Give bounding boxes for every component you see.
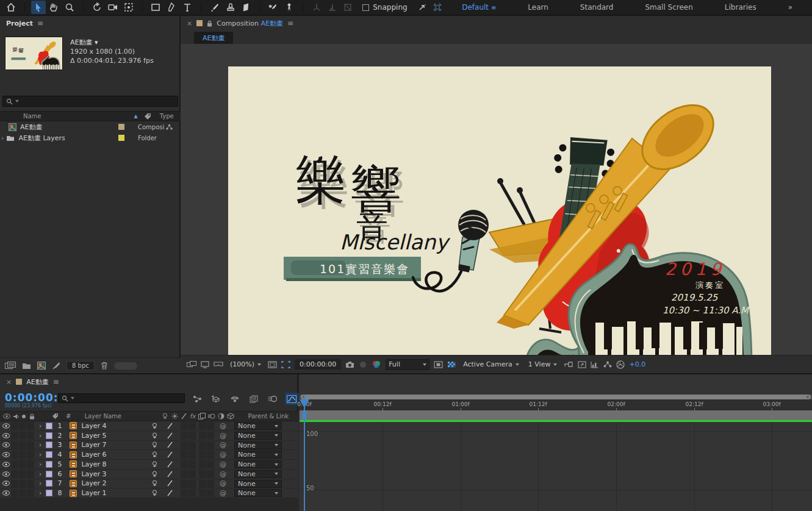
layer-row[interactable]: › 1 Layer 4 @ None — [0, 421, 298, 431]
layer-expander[interactable]: › — [39, 479, 41, 487]
panel-resize-grip[interactable] — [114, 362, 137, 370]
eye-icon[interactable] — [2, 442, 10, 448]
label-color-swatch[interactable] — [118, 135, 124, 141]
quality-toggle-icon[interactable] — [167, 451, 173, 458]
composition-viewer[interactable]: 樂 樂 響 響 音 音 Miscellany 101實習音樂會 — [181, 44, 812, 355]
eye-icon[interactable] — [2, 481, 10, 486]
time-ruler[interactable]: 0:00f 00:12f 01:00f 01:12f 02:00f 02:12f… — [300, 399, 812, 410]
close-panel-icon[interactable]: × — [187, 20, 192, 27]
pointer-flyout-icon[interactable] — [415, 1, 429, 14]
composition-flowchart-icon[interactable] — [190, 393, 204, 405]
lock-column-icon[interactable] — [29, 413, 35, 420]
channels-icon[interactable] — [372, 360, 381, 368]
parent-pick-whip-icon[interactable]: @ — [220, 432, 226, 440]
parent-pick-whip-icon[interactable]: @ — [220, 460, 226, 468]
workspace-tab-learn[interactable]: Learn — [512, 3, 564, 12]
pixel-aspect-icon[interactable] — [578, 361, 586, 368]
search-options-chevron[interactable] — [15, 100, 19, 102]
layer-name[interactable]: Layer 2 — [81, 479, 106, 487]
video-column-icon[interactable] — [3, 413, 10, 419]
composition-thumbnail[interactable]: 樂響 — [5, 37, 63, 70]
parent-pick-whip-icon[interactable]: @ — [220, 470, 226, 478]
target-region-icon[interactable] — [434, 361, 443, 368]
draft-3d-icon[interactable] — [209, 393, 223, 405]
column-type[interactable]: Type — [160, 113, 174, 120]
grid-guides-icon[interactable] — [268, 361, 277, 368]
clone-stamp-tool-icon[interactable] — [223, 1, 238, 14]
workspace-tab-default[interactable]: Default ≡ — [446, 3, 512, 12]
new-composition-icon[interactable] — [37, 362, 46, 370]
vr-glasses-icon[interactable] — [214, 362, 223, 368]
workspace-overflow-chevron[interactable]: » — [772, 3, 808, 12]
composition-tab-label[interactable]: Composition AE動畫 — [217, 19, 283, 28]
puppet-pin-tool-icon[interactable] — [282, 1, 296, 14]
parent-pick-whip-icon[interactable]: @ — [220, 451, 226, 459]
playhead-handle[interactable] — [300, 399, 309, 408]
label-color-swatch[interactable] — [118, 124, 124, 130]
interpret-footage-icon[interactable] — [5, 362, 16, 370]
exposure-value[interactable]: +0.0 — [629, 360, 645, 368]
layer-row[interactable]: › 5 Layer 8 @ None — [0, 460, 298, 470]
trash-icon[interactable] — [101, 362, 108, 370]
view-layout-dropdown[interactable]: 1 View — [526, 360, 560, 369]
graph-editor-icon[interactable] — [285, 393, 298, 405]
new-folder-icon[interactable] — [22, 362, 31, 370]
solo-column-icon[interactable] — [21, 414, 26, 419]
layer-row[interactable]: › 3 Layer 7 @ None — [0, 441, 298, 451]
graph-editor-grid[interactable]: 100 50 — [300, 422, 812, 511]
lock-icon[interactable] — [207, 20, 212, 27]
shy-toggle-icon[interactable] — [151, 451, 158, 458]
eye-icon[interactable] — [2, 490, 10, 496]
layer-label-swatch[interactable] — [46, 461, 52, 468]
timeline-label-swatch[interactable] — [16, 379, 22, 385]
parent-dropdown[interactable]: None — [234, 470, 282, 478]
layer-label-swatch[interactable] — [46, 432, 52, 439]
always-preview-icon[interactable] — [187, 361, 196, 368]
quality-toggle-icon[interactable] — [167, 441, 173, 448]
type-tool-icon[interactable] — [180, 1, 195, 14]
layer-row[interactable]: › 4 Layer 6 @ None — [0, 450, 298, 460]
layer-name[interactable]: Layer 4 — [81, 422, 106, 430]
layer-expander[interactable]: › — [39, 489, 41, 497]
magnification-dropdown[interactable]: (100%) — [228, 360, 264, 369]
layer-name[interactable]: Layer 8 — [81, 460, 106, 468]
region-of-interest-icon[interactable] — [281, 361, 290, 368]
brush-tool-icon[interactable] — [207, 1, 222, 14]
shy-toggle-icon[interactable] — [151, 432, 158, 439]
quality-toggle-icon[interactable] — [167, 423, 173, 429]
frame-blending-icon[interactable] — [247, 393, 260, 405]
shy-layers-icon[interactable] — [228, 393, 242, 405]
workspace-tab-libraries[interactable]: Libraries — [709, 3, 772, 12]
comp-label-swatch[interactable] — [196, 20, 203, 26]
pen-tool-icon[interactable] — [164, 1, 179, 14]
panel-menu-icon[interactable]: ≡ — [287, 19, 293, 27]
eye-icon[interactable] — [2, 471, 10, 477]
layer-label-swatch[interactable] — [46, 471, 52, 477]
quality-toggle-icon[interactable] — [167, 480, 173, 487]
layer-name[interactable]: Layer 1 — [81, 489, 106, 497]
shy-toggle-icon[interactable] — [151, 441, 158, 448]
parent-pick-whip-icon[interactable]: @ — [220, 489, 226, 497]
resolution-dropdown[interactable]: Full — [386, 359, 429, 370]
close-panel-icon[interactable]: × — [6, 378, 12, 386]
zoom-tool-icon[interactable] — [62, 1, 77, 14]
panel-menu-icon[interactable]: ≡ — [37, 19, 43, 27]
shy-toggle-icon[interactable] — [151, 480, 158, 487]
snapshot-camera-icon[interactable] — [345, 361, 354, 368]
parent-pick-whip-icon[interactable]: @ — [220, 479, 226, 487]
layer-expander[interactable]: › — [39, 451, 41, 459]
adjustment-switch-icon[interactable] — [218, 413, 225, 420]
layer-expander[interactable]: › — [39, 470, 41, 478]
hand-tool-icon[interactable] — [47, 1, 62, 14]
project-item-folder[interactable]: › AE動畫 Layers Folder — [0, 132, 181, 143]
layer-row[interactable]: › 6 Layer 3 @ None — [0, 470, 298, 479]
column-parent-link[interactable]: Parent & Link — [248, 413, 289, 420]
camera-tool-icon[interactable] — [106, 1, 120, 14]
parent-dropdown[interactable]: None — [234, 422, 282, 430]
layer-name[interactable]: Layer 3 — [81, 470, 106, 478]
parent-dropdown[interactable]: None — [234, 432, 282, 440]
quality-toggle-icon[interactable] — [167, 432, 173, 439]
rotation-tool-icon[interactable] — [90, 1, 104, 14]
column-layer-name[interactable]: Layer Name — [84, 413, 121, 420]
motion-blur-switch-icon[interactable] — [208, 413, 215, 420]
